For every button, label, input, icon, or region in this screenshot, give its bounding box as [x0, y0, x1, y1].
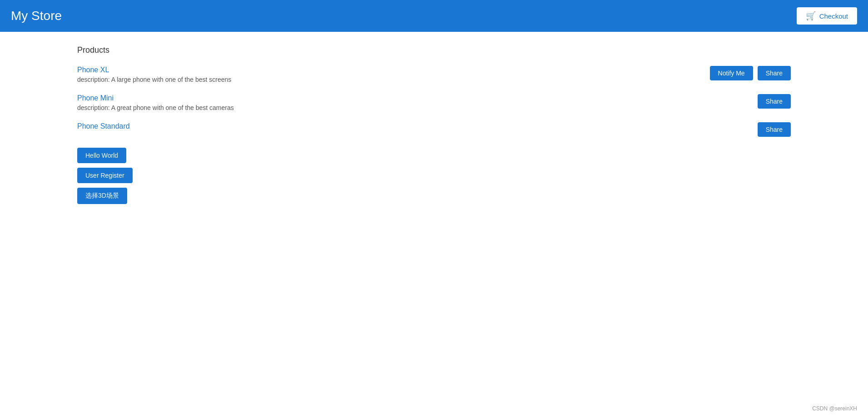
main-content: Products Phone XL description: A large p… [0, 32, 868, 419]
share-button-phone-mini[interactable]: Share [758, 94, 791, 109]
product-actions-phone-standard: Share [758, 122, 791, 137]
app-header: My Store 🛒 Checkout [0, 0, 868, 32]
user-register-button[interactable]: User Register [77, 168, 133, 183]
product-row-phone-mini: Phone Mini description: A great phone wi… [77, 94, 791, 111]
extra-buttons-container: Hello World User Register 选择3D场景 [77, 148, 791, 204]
product-info-phone-xl: Phone XL description: A large phone with… [77, 66, 710, 83]
share-button-phone-standard[interactable]: Share [758, 122, 791, 137]
select-3d-scene-button[interactable]: 选择3D场景 [77, 188, 127, 204]
product-name-phone-mini[interactable]: Phone Mini [77, 94, 758, 102]
share-button-phone-xl[interactable]: Share [758, 66, 791, 80]
product-name-phone-xl[interactable]: Phone XL [77, 66, 710, 74]
product-info-phone-mini: Phone Mini description: A great phone wi… [77, 94, 758, 111]
checkout-label: Checkout [819, 12, 848, 20]
checkout-button[interactable]: 🛒 Checkout [797, 7, 857, 25]
cart-icon: 🛒 [806, 11, 816, 21]
product-description-phone-xl: description: A large phone with one of t… [77, 76, 710, 83]
notify-button-phone-xl[interactable]: Notify Me [710, 66, 753, 80]
product-row-phone-xl: Phone XL description: A large phone with… [77, 66, 791, 83]
products-heading: Products [77, 45, 791, 55]
footer-note: CSDN @sereinXH [812, 405, 857, 412]
product-name-phone-standard[interactable]: Phone Standard [77, 122, 758, 130]
product-info-phone-standard: Phone Standard [77, 122, 758, 132]
hello-world-button[interactable]: Hello World [77, 148, 126, 163]
product-description-phone-mini: description: A great phone with one of t… [77, 104, 758, 111]
product-actions-phone-xl: Notify Me Share [710, 66, 791, 80]
product-actions-phone-mini: Share [758, 94, 791, 109]
product-row-phone-standard: Phone Standard Share [77, 122, 791, 137]
store-title: My Store [11, 9, 62, 23]
